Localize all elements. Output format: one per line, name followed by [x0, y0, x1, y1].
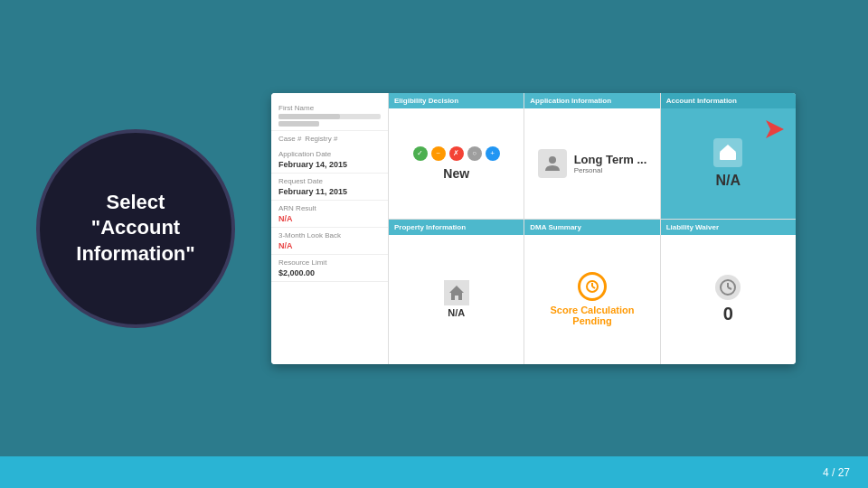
app-date-field: Application Date February 14, 2015 [271, 146, 388, 174]
score-status-text: Score Calculation Pending [530, 305, 654, 326]
account-na-value: N/A [716, 173, 741, 189]
bottom-tiles-row: Property Information N/A DMA Su [389, 220, 796, 364]
svg-rect-7 [732, 154, 734, 158]
dashboard-panel: First Name Case # Registry # Application… [271, 93, 796, 364]
arn-label: ARN Result [278, 204, 381, 212]
case-row: Case # Registry # [271, 131, 388, 146]
lookback-label: 3-Month Look Back [278, 231, 381, 239]
app-info-type: Long Term ... [574, 153, 647, 166]
eligibility-tile[interactable]: Eligibility Decision ✓ ~ ✗ ○ + New [389, 93, 524, 219]
eligibility-tile-header: Eligibility Decision [389, 93, 524, 108]
registry-label: Registry # [305, 135, 337, 143]
app-date-label: Application Date [278, 150, 381, 158]
resource-limit-label: Resource Limit [278, 258, 381, 267]
liability-waiver-tile[interactable]: Liability Waiver 0 [661, 220, 796, 364]
clock-icon [715, 275, 741, 300]
top-tiles-row: Eligibility Decision ✓ ~ ✗ ○ + New [389, 93, 796, 220]
first-name-label: First Name [278, 104, 381, 112]
svg-point-0 [549, 156, 556, 164]
svg-marker-9 [449, 286, 464, 300]
dashboard-sidebar: First Name Case # Registry # Application… [271, 93, 389, 364]
request-date-value: February 11, 2015 [278, 187, 381, 196]
liability-waiver-body: 0 [661, 235, 796, 364]
eligibility-tile-body: ✓ ~ ✗ ○ + New [389, 108, 524, 219]
eligibility-status: New [443, 166, 469, 181]
request-date-field: Request Date February 11, 2015 [271, 174, 388, 201]
instruction-text: Select "Account Information" [58, 172, 212, 286]
first-name-field: First Name [271, 100, 388, 131]
account-info-body: N/A [661, 108, 796, 219]
score-circle-icon [578, 272, 607, 301]
account-info-tile[interactable]: Account Information [661, 93, 796, 219]
instruction-circle: Select "Account Information" [36, 129, 235, 328]
eligibility-icons: ✓ ~ ✗ ○ + [413, 146, 500, 161]
resource-limit-field: Resource Limit $2,000.00 [271, 255, 388, 282]
application-info-body: Long Term ... Personal [524, 108, 659, 219]
elig-icon-yellow: ~ [431, 146, 446, 161]
bottom-bar: 4 / 27 [0, 456, 868, 488]
elig-icon-gray: ○ [467, 146, 482, 161]
elig-icon-red: ✗ [449, 146, 464, 161]
svg-marker-8 [720, 145, 736, 152]
dma-summary-body: Score Calculation Pending [524, 235, 659, 364]
svg-rect-3 [722, 154, 723, 158]
page-number: 4 / 27 [823, 466, 850, 479]
elig-icon-green: ✓ [413, 146, 428, 161]
bank-icon [713, 138, 742, 167]
application-info-header: Application Information [524, 93, 659, 108]
svg-marker-1 [766, 120, 784, 138]
app-date-value: February 14, 2015 [278, 160, 381, 169]
arn-value: N/A [278, 214, 381, 223]
svg-rect-5 [727, 154, 729, 158]
liability-waiver-header: Liability Waiver [661, 220, 796, 235]
liability-value: 0 [723, 304, 733, 324]
app-info-text-block: Long Term ... Personal [574, 153, 647, 174]
property-na-value: N/A [448, 307, 465, 318]
case-label: Case # [278, 135, 301, 143]
arn-field: ARN Result N/A [271, 201, 388, 228]
svg-rect-4 [724, 154, 726, 158]
request-date-label: Request Date [278, 177, 381, 185]
dashboard-tiles: Eligibility Decision ✓ ~ ✗ ○ + New [389, 93, 796, 364]
lookback-value: N/A [278, 241, 381, 250]
dma-summary-tile[interactable]: DMA Summary Score Calculation Pending [524, 220, 660, 364]
lookback-field: 3-Month Look Back N/A [271, 228, 388, 255]
red-arrow-icon [761, 116, 788, 143]
resource-limit-value: $2,000.00 [278, 268, 381, 277]
property-info-body: N/A [389, 235, 524, 364]
svg-rect-6 [730, 154, 731, 158]
app-info-content: Long Term ... Personal [538, 149, 647, 178]
svg-line-12 [592, 286, 595, 288]
svg-line-15 [728, 287, 731, 289]
person-icon [538, 149, 567, 178]
home-icon [444, 280, 469, 305]
account-info-header: Account Information [661, 93, 796, 108]
elig-icon-plus: + [486, 146, 500, 161]
application-info-tile[interactable]: Application Information [524, 93, 660, 219]
app-info-sub: Personal [574, 166, 647, 174]
property-info-tile[interactable]: Property Information N/A [389, 220, 524, 364]
property-info-header: Property Information [389, 220, 524, 235]
dma-summary-header: DMA Summary [524, 220, 659, 235]
